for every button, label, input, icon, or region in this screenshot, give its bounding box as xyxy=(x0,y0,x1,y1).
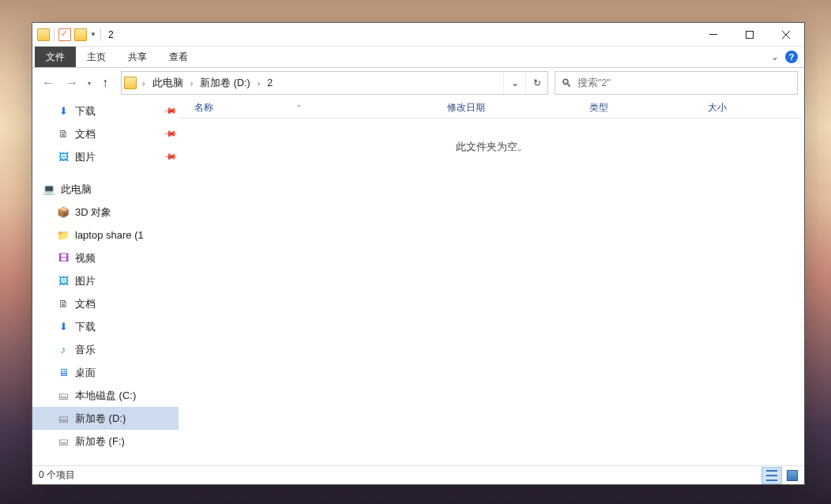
column-date[interactable]: 修改日期 xyxy=(447,101,589,115)
empty-folder-message: 此文件夹为空。 xyxy=(179,118,804,465)
pin-icon: 📌 xyxy=(162,103,177,118)
chevron-right-icon[interactable]: › xyxy=(139,78,149,88)
chevron-right-icon[interactable]: › xyxy=(187,78,197,88)
close-button[interactable] xyxy=(768,23,804,47)
help-icon[interactable]: ? xyxy=(785,51,798,63)
status-bar: 0 个项目 xyxy=(32,465,804,484)
details-view-icon xyxy=(766,470,777,481)
search-input[interactable] xyxy=(577,77,797,88)
column-size[interactable]: 大小 xyxy=(708,101,787,115)
column-name[interactable]: 名称⌃ xyxy=(194,101,447,115)
sidebar-item-3d-objects[interactable]: 📦3D 对象 xyxy=(32,201,179,224)
tab-file[interactable]: 文件 xyxy=(35,47,76,67)
tab-view[interactable]: 查看 xyxy=(158,47,199,67)
forward-button: → xyxy=(61,72,83,94)
sort-indicator-icon: ⌃ xyxy=(295,103,302,112)
folder-icon xyxy=(124,77,137,89)
svg-rect-1 xyxy=(746,31,754,38)
navigation-pane[interactable]: ⬇下载📌 🗎文档📌 🖼图片📌 💻此电脑 📦3D 对象 📁laptop share… xyxy=(32,98,179,465)
window-title: 2 xyxy=(108,29,114,40)
new-folder-icon[interactable] xyxy=(74,28,87,41)
sidebar-item-documents[interactable]: 🗎文档📌 xyxy=(32,122,179,145)
breadcrumb-root[interactable]: 此电脑 xyxy=(149,77,187,90)
svg-rect-0 xyxy=(709,34,717,35)
history-dropdown-icon[interactable]: ▾ xyxy=(85,80,94,87)
thumbnails-view-button[interactable] xyxy=(782,467,803,484)
sidebar-item-desktop[interactable]: 🖥桌面 xyxy=(32,361,179,384)
search-box[interactable]: 🔍︎ xyxy=(555,71,798,95)
ribbon-tabs: 文件 主页 共享 查看 ⌄ ? xyxy=(32,47,804,67)
item-count: 0 个项目 xyxy=(39,468,75,482)
sidebar-item-disk-e[interactable]: 🖴新加卷 (F:) xyxy=(32,430,179,453)
address-dropdown-icon[interactable]: ⌄ xyxy=(503,72,525,94)
sidebar-item-pictures[interactable]: 🖼图片 xyxy=(32,269,179,292)
breadcrumb-folder[interactable]: 2 xyxy=(263,77,276,88)
sidebar-item-downloads[interactable]: ⬇下载 xyxy=(32,315,179,338)
file-list-area[interactable]: 名称⌃ 修改日期 类型 大小 此文件夹为空。 xyxy=(179,98,804,465)
search-icon: 🔍︎ xyxy=(555,77,577,89)
sidebar-item-downloads[interactable]: ⬇下载📌 xyxy=(32,100,179,122)
app-icon[interactable] xyxy=(37,28,50,41)
sidebar-item-disk-d[interactable]: 🖴新加卷 (D:) xyxy=(32,407,179,430)
explorer-window: ▼ 2 文件 主页 共享 查看 ⌄ ? ← → ▾ ↑ › 此电脑 › xyxy=(32,22,805,485)
breadcrumb-drive[interactable]: 新加卷 (D:) xyxy=(196,77,254,90)
up-button[interactable]: ↑ xyxy=(96,72,115,94)
pin-icon: 📌 xyxy=(162,126,177,141)
sidebar-item-pictures[interactable]: 🖼图片📌 xyxy=(32,145,179,168)
column-headers: 名称⌃ 修改日期 类型 大小 xyxy=(179,98,804,118)
qat-dropdown-icon[interactable]: ▼ xyxy=(90,28,96,41)
sidebar-item-disk-c[interactable]: 🖴本地磁盘 (C:) xyxy=(32,384,179,407)
tab-share[interactable]: 共享 xyxy=(117,47,158,67)
maximize-button[interactable] xyxy=(731,23,768,47)
expand-ribbon-icon[interactable]: ⌄ xyxy=(771,51,779,62)
address-bar[interactable]: › 此电脑 › 新加卷 (D:) › 2 ⌄ ↻ xyxy=(121,71,548,95)
navigation-bar: ← → ▾ ↑ › 此电脑 › 新加卷 (D:) › 2 ⌄ ↻ 🔍︎ xyxy=(32,68,804,98)
tab-home[interactable]: 主页 xyxy=(76,47,117,67)
chevron-right-icon[interactable]: › xyxy=(254,78,264,88)
pin-icon: 📌 xyxy=(162,149,177,164)
quick-access-toolbar: ▼ xyxy=(32,28,102,41)
sidebar-item-documents[interactable]: 🗎文档 xyxy=(32,292,179,315)
minimize-button[interactable] xyxy=(695,23,731,47)
sidebar-item-laptop-share[interactable]: 📁laptop share (1 xyxy=(32,224,179,246)
sidebar-item-this-pc[interactable]: 💻此电脑 xyxy=(32,178,179,201)
sidebar-item-videos[interactable]: 🎞视频 xyxy=(32,246,179,269)
back-button[interactable]: ← xyxy=(37,72,59,94)
refresh-button[interactable]: ↻ xyxy=(525,72,547,94)
title-bar[interactable]: ▼ 2 xyxy=(32,23,804,47)
thumbnails-view-icon xyxy=(787,470,798,481)
details-view-button[interactable] xyxy=(761,467,782,484)
properties-icon[interactable] xyxy=(58,28,71,41)
column-type[interactable]: 类型 xyxy=(589,101,708,115)
sidebar-item-music[interactable]: ♪音乐 xyxy=(32,338,179,361)
